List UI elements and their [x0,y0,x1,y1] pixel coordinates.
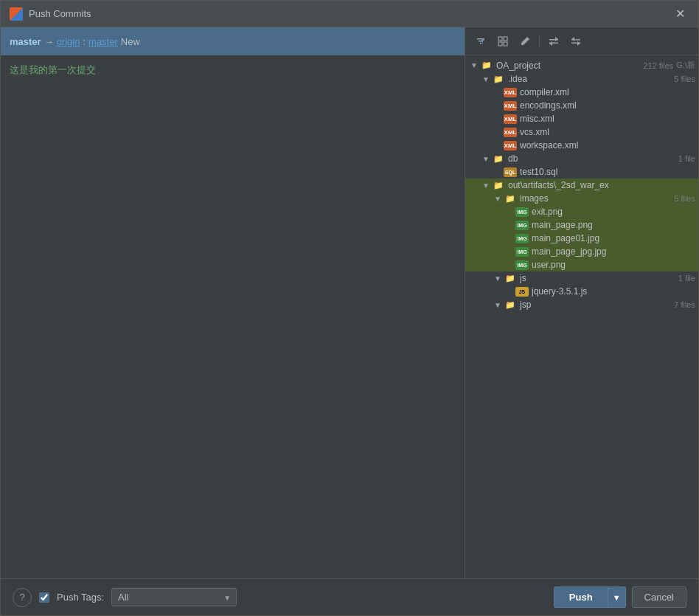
svg-rect-2 [498,42,502,46]
tree-toggle: ▼ [468,61,480,69]
img-icon: IMG [515,260,529,270]
right-toolbar [465,27,698,55]
new-badge: New [121,36,140,47]
img-icon: IMG [515,233,529,243]
tree-label: compiler.xml [520,87,695,97]
folder-icon: 📁 [492,74,505,84]
tree-node-vcs_xml[interactable]: XMLvcs.xml [465,125,698,139]
img-icon: IMG [515,220,529,230]
tree-label: encodings.xml [520,100,695,111]
tree-toggle: ▼ [480,155,492,163]
tree-node-main_page_jpg_jpg[interactable]: IMGmain_page_jpg.jpg [465,245,698,258]
tree-node-artifacts[interactable]: ▼📁out\artifacts\_2sd_war_ex [465,179,698,192]
img-icon: IMG [515,246,529,257]
folder-icon: 📁 [492,180,505,190]
xml-icon: XML [504,140,517,150]
folder-icon: 📁 [480,60,493,71]
cancel-button[interactable]: Cancel [632,586,686,608]
tree-node-oa_project[interactable]: ▼📁OA_project212 filesG:\新 [465,58,698,72]
tree-meta: 7 files [674,300,695,309]
edit-button[interactable] [515,32,535,51]
tree-node-test10_sql[interactable]: SQLtest10.sql [465,165,698,179]
tree-meta: 212 files [643,61,673,70]
title-bar: Push Commits ✕ [1,1,698,27]
tree-label: images [520,193,670,204]
tree-toggle: ▼ [480,181,492,190]
tree-meta: 5 files [674,194,695,203]
tree-node-main_page_png[interactable]: IMGmain_page.png [465,218,698,232]
tree-node-user_png[interactable]: IMGuser.png [465,258,698,271]
tree-node-workspace_xml[interactable]: XMLworkspace.xml [465,139,698,152]
title-bar-left: Push Commits [10,7,91,21]
tree-node-jsp[interactable]: ▼📁jsp7 files [465,298,698,311]
expand-button[interactable] [566,32,585,51]
tree-toggle: ▼ [480,75,492,83]
commits-area: 这是我的第一次提交 [1,55,465,578]
tree-node-misc_xml[interactable]: XMLmisc.xml [465,112,698,125]
bottom-area: ? Push Tags: AllNoneTagged ▼ Push ▼ Canc… [1,578,698,615]
tree-toggle: ▼ [492,301,504,309]
tree-label: test10.sql [520,167,695,177]
tree-label: js [520,273,674,283]
push-button-group: Push ▼ [554,586,626,608]
folder-icon: 📁 [492,153,505,164]
commit-item: 这是我的第一次提交 [10,61,456,79]
tree-node-idea[interactable]: ▼📁.idea5 files [465,72,698,86]
tree-toggle: ▼ [492,274,504,283]
left-panel: master → origin : master New 这是我的第一次提交 [1,27,465,578]
tree-node-jquery_js[interactable]: JSjquery-3.5.1.js [465,285,698,298]
help-button[interactable]: ? [13,588,32,607]
tree-meta: 5 files [674,75,695,83]
tree-label: .idea [508,74,670,84]
tree-node-js[interactable]: ▼📁js1 file [465,271,698,285]
action-buttons: Push ▼ Cancel [554,586,686,608]
tags-select-wrapper: AllNoneTagged ▼ [111,588,237,606]
push-tags-checkbox[interactable] [39,592,49,603]
svg-rect-1 [504,37,507,41]
remote-branch-link[interactable]: master [88,36,118,47]
svg-rect-3 [504,42,507,46]
tree-label: exit.png [532,207,695,217]
tree-node-db[interactable]: ▼📁db1 file [465,152,698,165]
tree-label: out\artifacts\_2sd_war_ex [508,180,695,190]
tree-meta: 1 file [678,154,695,163]
collapse-button[interactable] [544,32,563,51]
tree-node-encodings_xml[interactable]: XMLencodings.xml [465,99,698,112]
tags-select[interactable]: AllNoneTagged [111,588,237,606]
folder-icon: 📁 [504,193,517,204]
dialog-title: Push Commits [29,8,91,19]
tree-label: workspace.xml [520,140,695,150]
tree-node-compiler_xml[interactable]: XMLcompiler.xml [465,86,698,99]
tree-label: vcs.xml [520,127,695,137]
layout-button[interactable] [493,32,512,51]
branch-arrow: → [44,36,54,47]
xml-icon: XML [504,100,517,111]
push-button[interactable]: Push [554,586,608,608]
tree-node-exit_png[interactable]: IMGexit.png [465,205,698,218]
tree-toggle: ▼ [492,195,504,203]
branch-bar: master → origin : master New [1,27,465,55]
push-tags-label: Push Tags: [57,592,104,603]
local-branch: master [10,36,41,47]
tree-label: main_page_jpg.jpg [532,246,695,257]
push-commits-dialog: Push Commits ✕ master → origin : master … [0,0,699,616]
folder-icon: 📁 [504,273,517,283]
tree-label: user.png [532,260,695,270]
sort-button[interactable] [471,32,490,51]
tree-node-images[interactable]: ▼📁images5 files [465,192,698,205]
tree-label: main_page.png [532,220,695,230]
tree-label: main_page01.jpg [532,233,695,243]
sql-icon: SQL [504,167,517,177]
tree-label: OA_project [496,60,639,71]
main-content: master → origin : master New 这是我的第一次提交 [1,27,698,578]
remote-link[interactable]: origin [57,36,80,47]
right-panel: ▼📁OA_project212 filesG:\新▼📁.idea5 filesX… [465,27,698,578]
js-icon: JS [515,286,529,297]
tree-node-main_page01_jpg[interactable]: IMGmain_page01.jpg [465,232,698,245]
push-dropdown-button[interactable]: ▼ [608,586,626,608]
tree-label: db [508,153,674,164]
branch-colon: : [83,36,86,47]
tree-label: misc.xml [520,114,695,124]
tree-label: jsp [520,300,670,310]
close-button[interactable]: ✕ [671,7,689,21]
